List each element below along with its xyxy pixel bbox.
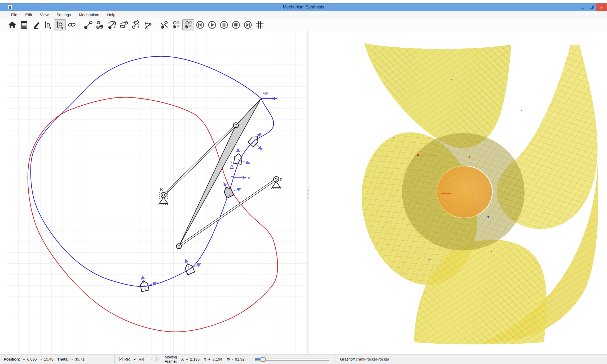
fixed-frame-x-label: x <box>248 176 250 180</box>
dyad-checkbox-1[interactable]: ✔ <box>119 357 123 361</box>
prism-slider-link-button[interactable] <box>130 19 142 30</box>
toggle-grid-button[interactable] <box>254 19 266 30</box>
pr-dashed-link-button[interactable] <box>106 19 118 30</box>
mf-phi-sign: - <box>232 357 233 361</box>
select-frame-button[interactable] <box>54 19 66 30</box>
dyad-label-3: - <box>151 357 152 361</box>
status-bar: Position: + 6.035 - 15.48 Theta: - 35.71… <box>0 354 607 364</box>
pause-button[interactable] <box>218 19 230 30</box>
fixed-frame-y-label: y <box>230 160 232 164</box>
canvas-2d[interactable]: x y <box>7 31 307 354</box>
sketch-frame-button[interactable] <box>42 19 54 30</box>
dyad-checkbox-4[interactable] <box>156 357 157 361</box>
moving-frame-label: Moving Frame: <box>165 355 177 363</box>
window-title: Mechanism Synthesis <box>0 5 607 10</box>
mf-x-label: X <box>181 357 184 361</box>
animation-slider-segment <box>248 354 336 364</box>
pivot-r2-label: R <box>280 178 283 182</box>
animation-slider[interactable] <box>255 358 329 361</box>
position-y-value: 15.48 <box>44 357 54 361</box>
dyad-circles-solve-button[interactable] <box>182 19 194 30</box>
ternary-link-button[interactable] <box>142 19 154 30</box>
slider-handle[interactable] <box>260 357 266 362</box>
moving-frame-label: MF <box>262 91 268 96</box>
pivot-r1-label: R <box>160 187 163 191</box>
mf-y-label: Y <box>204 357 206 361</box>
dyad-label-4: - <box>158 357 160 361</box>
skip-to-start-button[interactable] <box>194 19 206 30</box>
stop-button[interactable] <box>230 19 242 30</box>
theta-sign: - <box>71 357 73 361</box>
menu-bar: File Edit View Settings Mechanism Help <box>0 11 607 19</box>
menu-settings[interactable]: Settings <box>54 12 74 18</box>
minimize-button[interactable] <box>578 3 587 11</box>
position-label: Position: <box>4 357 20 361</box>
position-x-sign: + <box>23 357 25 361</box>
toolbar-separator <box>80 20 80 29</box>
menu-file[interactable]: File <box>8 12 20 18</box>
rp-spiral-link-button[interactable] <box>94 19 106 30</box>
view-3d[interactable] <box>309 31 607 354</box>
position-x-value: 6.035 <box>27 357 37 361</box>
surface-orange-core <box>437 166 492 218</box>
surface-top-funnel <box>364 43 511 148</box>
skip-to-end-button[interactable] <box>242 19 254 30</box>
position-y-sign: - <box>41 357 42 361</box>
play-button[interactable] <box>206 19 218 30</box>
menu-view[interactable]: View <box>37 12 51 18</box>
dyad-label-1: RR <box>124 357 130 361</box>
dyad-checkbox-3[interactable] <box>148 357 149 361</box>
classification-text: Grashoff crank-rocker-rocker <box>340 357 389 361</box>
toolbar <box>0 19 607 31</box>
mf-x-value: 2.195 <box>190 357 200 361</box>
chain-link-button[interactable] <box>66 19 78 30</box>
dyad-checkboxes: ✔ RR ✔ RR - - <box>115 354 161 364</box>
moving-frame-readout: Moving Frame: X + 2.195 Y + 7.194 Φ - 91… <box>161 354 248 364</box>
edit-pencil-button[interactable] <box>30 19 42 30</box>
joint-a[interactable] <box>234 123 239 128</box>
mf-phi-label: Φ <box>227 357 230 361</box>
menu-mechanism[interactable]: Mechanism <box>76 12 102 18</box>
dyad-label-2: RR <box>139 357 144 361</box>
position-readout: Position: + 6.035 - 15.48 Theta: - 35.71 <box>0 354 115 364</box>
theta-value: 35.71 <box>75 357 84 361</box>
rr-link-button[interactable] <box>82 19 94 30</box>
dyad-circles-button[interactable] <box>170 19 182 30</box>
theta-label: Theta: <box>57 357 69 361</box>
notes-document-button[interactable] <box>18 19 30 30</box>
grid-background <box>7 31 307 354</box>
main-area: x y <box>0 31 607 354</box>
pp-slider-link-button[interactable] <box>118 19 130 30</box>
title-bar: Mechanism Synthesis x <box>0 3 607 11</box>
close-button[interactable]: x <box>596 3 607 11</box>
menu-help[interactable]: Help <box>104 12 118 18</box>
home-button[interactable] <box>6 19 18 30</box>
menu-edit[interactable]: Edit <box>22 12 35 18</box>
dyad-checkbox-2[interactable]: ✔ <box>134 357 137 361</box>
restore-button[interactable] <box>587 3 596 11</box>
classification-segment: Grashoff crank-rocker-rocker <box>336 354 607 364</box>
joint-force-button[interactable] <box>159 19 170 30</box>
joint-b[interactable] <box>177 244 182 249</box>
panel-splitter[interactable] <box>307 31 309 354</box>
mf-y-sign: + <box>208 357 210 361</box>
mf-x-sign: + <box>186 357 188 361</box>
mf-phi-value: 91.92 <box>235 357 244 361</box>
mf-y-value: 7.194 <box>213 357 222 361</box>
toolbar-separator <box>156 20 156 29</box>
